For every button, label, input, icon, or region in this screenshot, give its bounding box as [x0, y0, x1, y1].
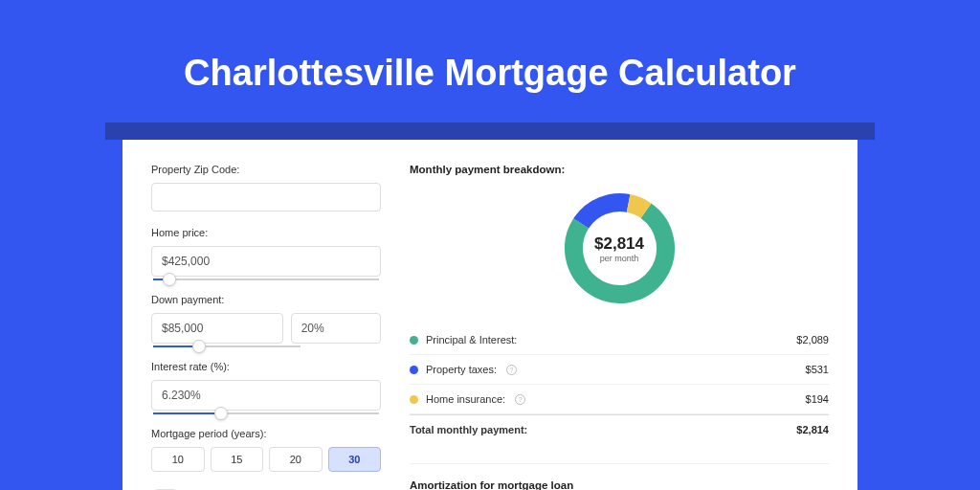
- rate-label: Interest rate (%):: [151, 361, 381, 372]
- zip-field-group: Property Zip Code:: [151, 164, 381, 212]
- legend-value-principal: $2,089: [796, 334, 829, 345]
- legend-text-total: Total monthly payment:: [410, 424, 527, 435]
- down-amount-input[interactable]: [151, 313, 283, 344]
- form-column: Property Zip Code: Home price: Down paym…: [151, 164, 381, 490]
- period-btn-20[interactable]: 20: [269, 447, 323, 472]
- legend-row-total: Total monthly payment: $2,814: [410, 414, 829, 444]
- down-slider[interactable]: [153, 345, 301, 347]
- legend-row-insurance: Home insurance: ? $194: [410, 385, 829, 414]
- info-icon[interactable]: ?: [515, 394, 525, 405]
- price-label: Home price:: [151, 227, 381, 238]
- amortization-section: Amortization for mortgage loan Amortizat…: [410, 463, 829, 490]
- zip-input[interactable]: [151, 183, 381, 212]
- legend-row-principal: Principal & Interest: $2,089: [410, 325, 829, 355]
- period-row: 10 15 20 30: [151, 447, 381, 472]
- breakdown-column: Monthly payment breakdown: $2,814 per mo…: [410, 164, 829, 490]
- down-percent-input[interactable]: [291, 313, 381, 344]
- donut-amount: $2,814: [594, 234, 644, 254]
- period-label: Mortgage period (years):: [151, 428, 381, 439]
- page-title: Charlottesville Mortgage Calculator: [0, 53, 980, 94]
- period-field-group: Mortgage period (years): 10 15 20 30: [151, 428, 381, 472]
- down-dual-input: [151, 313, 381, 344]
- info-icon[interactable]: ?: [506, 365, 517, 375]
- legend-row-taxes: Property taxes: ? $531: [410, 355, 829, 385]
- legend-label-insurance: Home insurance: ?: [410, 393, 525, 405]
- zip-label: Property Zip Code:: [151, 164, 381, 175]
- breakdown-title: Monthly payment breakdown:: [410, 164, 829, 175]
- price-input[interactable]: [151, 246, 381, 277]
- legend-text-taxes: Property taxes:: [426, 364, 497, 375]
- calculator-card: Property Zip Code: Home price: Down paym…: [122, 140, 858, 490]
- rate-slider-thumb[interactable]: [214, 407, 228, 420]
- donut-chart: $2,814 per month: [560, 189, 679, 308]
- donut-sub: per month: [594, 254, 644, 263]
- donut-center: $2,814 per month: [594, 234, 644, 263]
- rate-slider[interactable]: [153, 412, 379, 414]
- period-btn-30[interactable]: 30: [328, 447, 382, 472]
- down-slider-thumb[interactable]: [192, 340, 206, 353]
- legend-label-total: Total monthly payment:: [410, 424, 527, 435]
- period-btn-15[interactable]: 15: [211, 447, 264, 472]
- price-field-group: Home price:: [151, 227, 381, 277]
- legend-dot-principal: [410, 336, 418, 345]
- page-header: Charlottesville Mortgage Calculator: [0, 0, 980, 122]
- card-shadow: [105, 122, 875, 140]
- price-slider[interactable]: [153, 278, 379, 280]
- rate-input[interactable]: [151, 380, 381, 411]
- legend-label-principal: Principal & Interest:: [410, 334, 517, 345]
- legend-value-total: $2,814: [796, 424, 829, 435]
- rate-field-group: Interest rate (%):: [151, 361, 381, 411]
- legend-value-taxes: $531: [806, 364, 829, 375]
- legend-dot-insurance: [410, 395, 418, 404]
- legend-label-taxes: Property taxes: ?: [410, 364, 517, 375]
- legend-text-principal: Principal & Interest:: [426, 334, 517, 345]
- legend-text-insurance: Home insurance:: [426, 393, 505, 405]
- rate-slider-fill: [153, 412, 221, 414]
- legend-dot-taxes: [410, 366, 418, 374]
- price-slider-thumb[interactable]: [163, 273, 176, 286]
- donut-wrap: $2,814 per month: [410, 189, 829, 308]
- period-btn-10[interactable]: 10: [151, 447, 205, 472]
- legend-value-insurance: $194: [806, 393, 829, 405]
- down-field-group: Down payment:: [151, 294, 381, 344]
- amortization-title: Amortization for mortgage loan: [410, 479, 829, 490]
- down-label: Down payment:: [151, 294, 381, 305]
